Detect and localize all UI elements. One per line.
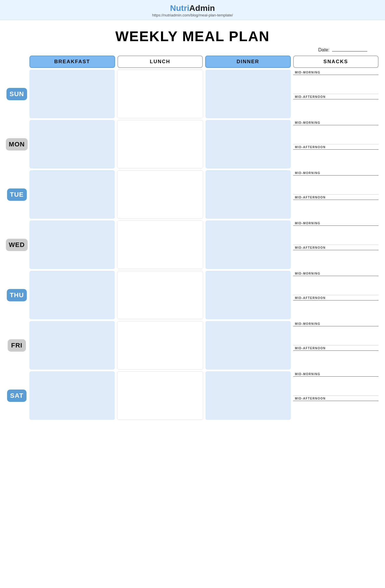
- mid-afternoon-label-wed: MID-AFTERNOON: [293, 245, 379, 250]
- lunch-cell-fri[interactable]: [117, 321, 203, 370]
- mid-afternoon-fri: MID-AFTERNOON: [293, 345, 379, 370]
- snacks-cell-mon: MID-MORNING MID-AFTERNOON: [293, 120, 379, 168]
- mid-morning-tue: MID-MORNING: [293, 170, 379, 194]
- lunch-cell-sun[interactable]: [117, 70, 203, 118]
- date-row: Date:: [0, 47, 385, 53]
- day-label-col-wed: WED: [5, 220, 28, 269]
- mid-morning-thu: MID-MORNING: [293, 271, 379, 295]
- meal-cells-mon: MID-MORNING MID-AFTERNOON: [28, 120, 380, 168]
- lunch-cell-sat[interactable]: [117, 371, 203, 420]
- logo-nutri: Nutri: [170, 4, 189, 13]
- day-label-mon: MON: [6, 138, 28, 151]
- dinner-cell-thu[interactable]: [205, 271, 291, 319]
- mid-morning-wed: MID-MORNING: [293, 220, 379, 245]
- mid-afternoon-content-mon[interactable]: [293, 150, 379, 168]
- mid-morning-label-sat: MID-MORNING: [293, 371, 379, 377]
- mid-morning-label-sun: MID-MORNING: [293, 70, 379, 75]
- breakfast-cell-thu[interactable]: [29, 271, 115, 319]
- breakfast-cell-tue[interactable]: [29, 170, 115, 219]
- col-header-snacks: SNACKS: [293, 56, 379, 68]
- meal-cells-fri: MID-MORNING MID-AFTERNOON: [28, 321, 380, 370]
- mid-afternoon-label-sun: MID-AFTERNOON: [293, 94, 379, 99]
- mid-afternoon-content-sun[interactable]: [293, 99, 379, 118]
- mid-afternoon-content-sat[interactable]: [293, 401, 379, 420]
- dinner-cell-sat[interactable]: [205, 371, 291, 420]
- snacks-cell-thu: MID-MORNING MID-AFTERNOON: [293, 271, 379, 319]
- mid-afternoon-content-fri[interactable]: [293, 351, 379, 370]
- meal-cells-wed: MID-MORNING MID-AFTERNOON: [28, 220, 380, 269]
- mid-afternoon-label-sat: MID-AFTERNOON: [293, 396, 379, 401]
- date-label: Date:: [318, 47, 329, 52]
- lunch-cell-wed[interactable]: [117, 220, 203, 269]
- mid-afternoon-content-thu[interactable]: [293, 300, 379, 319]
- date-line: [332, 51, 367, 51]
- mid-morning-label-thu: MID-MORNING: [293, 271, 379, 276]
- day-label-col-sun: SUN: [5, 70, 28, 118]
- day-row-wed: WED MID-MORNING MID-AFTERNOON: [5, 220, 380, 269]
- day-row-thu: THU MID-MORNING MID-AFTERNOON: [5, 271, 380, 319]
- mid-morning-label-wed: MID-MORNING: [293, 220, 379, 226]
- mid-morning-content-tue[interactable]: [293, 176, 379, 194]
- lunch-cell-mon[interactable]: [117, 120, 203, 168]
- mid-afternoon-content-wed[interactable]: [293, 250, 379, 269]
- day-row-fri: FRI MID-MORNING MID-AFTERNOON: [5, 321, 380, 370]
- day-label-col-fri: FRI: [5, 321, 28, 370]
- mid-morning-content-sun[interactable]: [293, 75, 379, 94]
- dinner-cell-mon[interactable]: [205, 120, 291, 168]
- col-header-breakfast: BREAKFAST: [29, 56, 115, 68]
- mid-morning-content-sat[interactable]: [293, 377, 379, 395]
- breakfast-cell-fri[interactable]: [29, 321, 115, 370]
- day-row-tue: TUE MID-MORNING MID-AFTERNOON: [5, 170, 380, 219]
- col-header-dinner: DINNER: [205, 56, 291, 68]
- col-headers: BREAKFAST LUNCH DINNER SNACKS: [28, 56, 380, 68]
- logo-admin: Admin: [189, 4, 215, 13]
- mid-afternoon-wed: MID-AFTERNOON: [293, 245, 379, 269]
- dinner-cell-tue[interactable]: [205, 170, 291, 219]
- lunch-cell-thu[interactable]: [117, 271, 203, 319]
- mid-afternoon-label-thu: MID-AFTERNOON: [293, 295, 379, 300]
- mid-morning-sun: MID-MORNING: [293, 70, 379, 94]
- day-row-mon: MON MID-MORNING MID-AFTERNOON: [5, 120, 380, 168]
- snacks-cell-sun: MID-MORNING MID-AFTERNOON: [293, 70, 379, 118]
- mid-morning-fri: MID-MORNING: [293, 321, 379, 345]
- snacks-cell-sat: MID-MORNING MID-AFTERNOON: [293, 371, 379, 420]
- mid-afternoon-sun: MID-AFTERNOON: [293, 94, 379, 118]
- meal-cells-tue: MID-MORNING MID-AFTERNOON: [28, 170, 380, 219]
- meal-grid: BREAKFAST LUNCH DINNER SNACKS SUN MID-MO…: [5, 56, 380, 420]
- mid-afternoon-mon: MID-AFTERNOON: [293, 144, 379, 168]
- breakfast-cell-wed[interactable]: [29, 220, 115, 269]
- col-header-lunch: LUNCH: [117, 56, 203, 68]
- header-bar: NutriAdmin https://nutriadmin.com/blog/m…: [0, 0, 385, 20]
- day-label-col-tue: TUE: [5, 170, 28, 219]
- snacks-cell-tue: MID-MORNING MID-AFTERNOON: [293, 170, 379, 219]
- mid-morning-mon: MID-MORNING: [293, 120, 379, 144]
- dinner-cell-wed[interactable]: [205, 220, 291, 269]
- snacks-cell-fri: MID-MORNING MID-AFTERNOON: [293, 321, 379, 370]
- day-label-col-mon: MON: [5, 120, 28, 168]
- mid-morning-content-fri[interactable]: [293, 326, 379, 345]
- header-url: https://nutriadmin.com/blog/meal-plan-te…: [0, 13, 385, 17]
- mid-afternoon-label-mon: MID-AFTERNOON: [293, 144, 379, 150]
- dinner-cell-fri[interactable]: [205, 321, 291, 370]
- dinner-cell-sun[interactable]: [205, 70, 291, 118]
- day-label-thu: THU: [7, 289, 27, 301]
- day-label-sun: SUN: [6, 88, 27, 100]
- breakfast-cell-sun[interactable]: [29, 70, 115, 118]
- snacks-cell-wed: MID-MORNING MID-AFTERNOON: [293, 220, 379, 269]
- mid-afternoon-sat: MID-AFTERNOON: [293, 396, 379, 420]
- mid-morning-content-mon[interactable]: [293, 125, 379, 144]
- day-label-wed: WED: [6, 239, 28, 251]
- mid-morning-content-wed[interactable]: [293, 226, 379, 245]
- meal-cells-sun: MID-MORNING MID-AFTERNOON: [28, 70, 380, 118]
- mid-afternoon-label-fri: MID-AFTERNOON: [293, 345, 379, 351]
- lunch-cell-tue[interactable]: [117, 170, 203, 219]
- meal-cells-thu: MID-MORNING MID-AFTERNOON: [28, 271, 380, 319]
- mid-morning-content-thu[interactable]: [293, 276, 379, 295]
- breakfast-cell-mon[interactable]: [29, 120, 115, 168]
- mid-afternoon-content-tue[interactable]: [293, 200, 379, 219]
- day-label-tue: TUE: [7, 188, 27, 201]
- logo: NutriAdmin: [0, 4, 385, 13]
- day-label-col-thu: THU: [5, 271, 28, 319]
- mid-afternoon-thu: MID-AFTERNOON: [293, 295, 379, 319]
- breakfast-cell-sat[interactable]: [29, 371, 115, 420]
